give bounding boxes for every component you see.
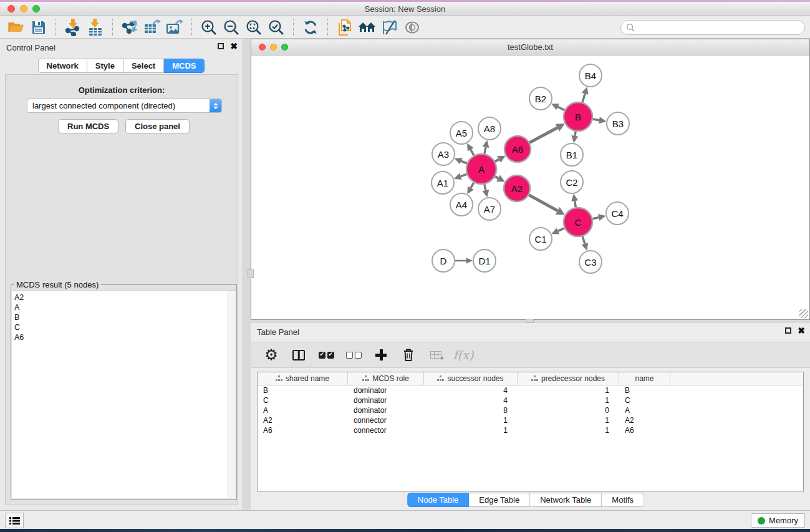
- zoom-out-button[interactable]: [220, 17, 243, 37]
- tab-node-table[interactable]: Node Table: [407, 493, 470, 507]
- node-A5[interactable]: A5: [450, 122, 473, 144]
- edge-C-C1[interactable]: [558, 228, 564, 231]
- node-A7[interactable]: A7: [478, 198, 501, 220]
- table-cell[interactable]: A: [619, 405, 670, 415]
- node-A2[interactable]: A2: [504, 175, 530, 201]
- delete-table-button[interactable]: [427, 346, 445, 364]
- refresh-button[interactable]: [299, 17, 322, 37]
- mcds-result-item[interactable]: A: [14, 302, 236, 312]
- node-A4[interactable]: A4: [450, 193, 473, 216]
- resize-grip[interactable]: [799, 309, 808, 318]
- tab-mcds[interactable]: MCDS: [164, 59, 205, 73]
- node-A1[interactable]: A1: [432, 172, 454, 194]
- zoom-fit-button[interactable]: [243, 17, 265, 37]
- deselect-all-button[interactable]: [344, 346, 363, 364]
- select-all-button[interactable]: [317, 346, 335, 364]
- tab-network[interactable]: Network: [38, 59, 87, 73]
- table-cell[interactable]: B: [258, 385, 348, 395]
- column-header-successor-nodes[interactable]: successor nodes: [424, 372, 518, 385]
- node-B3[interactable]: B3: [607, 112, 629, 135]
- eye-button[interactable]: [401, 17, 423, 37]
- edge-A-A3[interactable]: [461, 161, 466, 163]
- tab-edge-table[interactable]: Edge Table: [469, 493, 530, 507]
- table-cell[interactable]: A2: [258, 415, 348, 425]
- mcds-result-item[interactable]: C: [14, 322, 236, 332]
- edge-C-C2[interactable]: [575, 201, 576, 207]
- import-network-button[interactable]: [62, 17, 84, 37]
- node-B[interactable]: B: [564, 102, 592, 131]
- table-cell[interactable]: 1: [424, 415, 518, 425]
- table-cell[interactable]: 8: [424, 405, 518, 415]
- table-cell[interactable]: A6: [258, 425, 348, 435]
- zoom-window-button[interactable]: [32, 5, 40, 12]
- app-titlebar[interactable]: Session: New Session: [0, 2, 810, 16]
- tab-select[interactable]: Select: [123, 59, 164, 73]
- home-button[interactable]: [356, 17, 378, 37]
- zoom-selected-button[interactable]: [265, 17, 287, 37]
- edge-A-A4[interactable]: [471, 183, 474, 188]
- function-builder-button[interactable]: f(x): [454, 346, 473, 364]
- export-table-button[interactable]: [141, 17, 163, 37]
- column-header-predecessor-nodes[interactable]: predecessor nodes: [518, 372, 619, 385]
- node-C[interactable]: C: [564, 208, 592, 236]
- add-column-button[interactable]: [372, 346, 390, 364]
- table-cell[interactable]: A2: [619, 415, 670, 425]
- table-cell[interactable]: 1: [424, 425, 518, 435]
- table-cell[interactable]: dominator: [348, 405, 424, 415]
- split-panel-button[interactable]: [289, 346, 308, 364]
- table-cell[interactable]: dominator: [348, 395, 424, 405]
- style-toggle-button[interactable]: [378, 17, 401, 37]
- close-panel-icon[interactable]: ✖: [798, 327, 805, 334]
- mcds-result-list[interactable]: A2ABCA6: [12, 290, 236, 498]
- edge-A-A1[interactable]: [461, 174, 467, 176]
- mcds-result-item[interactable]: A2: [14, 293, 236, 302]
- node-C2[interactable]: C2: [561, 171, 583, 193]
- table-cell[interactable]: C: [258, 395, 348, 405]
- tab-motifs[interactable]: Motifs: [602, 493, 644, 507]
- table-cell[interactable]: 1: [518, 415, 619, 425]
- table-cell[interactable]: A: [258, 405, 348, 415]
- table-cell[interactable]: A6: [619, 425, 670, 435]
- table-cell[interactable]: B: [619, 385, 670, 395]
- toolbar-search[interactable]: [620, 20, 805, 35]
- edge-B-B4[interactable]: [582, 94, 585, 102]
- node-B2[interactable]: B2: [529, 87, 552, 110]
- network-window-titlebar[interactable]: testGlobe.txt: [251, 39, 809, 56]
- edge-A-A7[interactable]: [485, 184, 486, 190]
- table-cell[interactable]: 1: [518, 425, 619, 435]
- table-row[interactable]: Bdominator41B: [258, 385, 803, 395]
- clone-network-button[interactable]: [334, 17, 356, 37]
- close-panel-button[interactable]: Close panel: [125, 119, 190, 133]
- edge-A-A6[interactable]: [495, 160, 499, 162]
- edge-B-B3[interactable]: [593, 119, 599, 120]
- tab-style[interactable]: Style: [87, 59, 123, 73]
- import-table-button[interactable]: [84, 17, 107, 37]
- task-history-button[interactable]: [5, 513, 24, 528]
- column-header-name[interactable]: name: [619, 372, 670, 385]
- mcds-result-item[interactable]: A6: [14, 332, 236, 342]
- network-minimize-button[interactable]: [270, 44, 277, 51]
- export-image-button[interactable]: [163, 17, 186, 37]
- table-cell[interactable]: 1: [518, 385, 619, 395]
- float-panel-icon[interactable]: [218, 43, 224, 49]
- table-cell[interactable]: C: [619, 395, 670, 405]
- node-D1[interactable]: D1: [473, 249, 496, 272]
- node-C1[interactable]: C1: [529, 228, 552, 250]
- table-row[interactable]: A2connector11A2: [258, 415, 803, 425]
- delete-column-button[interactable]: [399, 346, 418, 364]
- edge-A-A2[interactable]: [495, 177, 498, 178]
- edge-B-B2[interactable]: [558, 107, 565, 110]
- mcds-result-item[interactable]: B: [14, 312, 236, 322]
- table-cell[interactable]: 0: [518, 405, 619, 415]
- edge-A-A8[interactable]: [485, 147, 486, 154]
- open-session-button[interactable]: [5, 17, 27, 37]
- tab-network-table[interactable]: Network Table: [530, 493, 602, 507]
- table-row[interactable]: Adominator80A: [258, 405, 803, 415]
- run-mcds-button[interactable]: Run MCDS: [58, 119, 118, 133]
- float-panel-icon[interactable]: [785, 327, 791, 334]
- close-window-button[interactable]: [7, 5, 15, 12]
- edge-C-C3[interactable]: [582, 236, 585, 244]
- node-C3[interactable]: C3: [579, 251, 602, 273]
- column-header-MCDS-role[interactable]: MCDS role: [348, 372, 424, 385]
- memory-button[interactable]: Memory: [751, 513, 805, 528]
